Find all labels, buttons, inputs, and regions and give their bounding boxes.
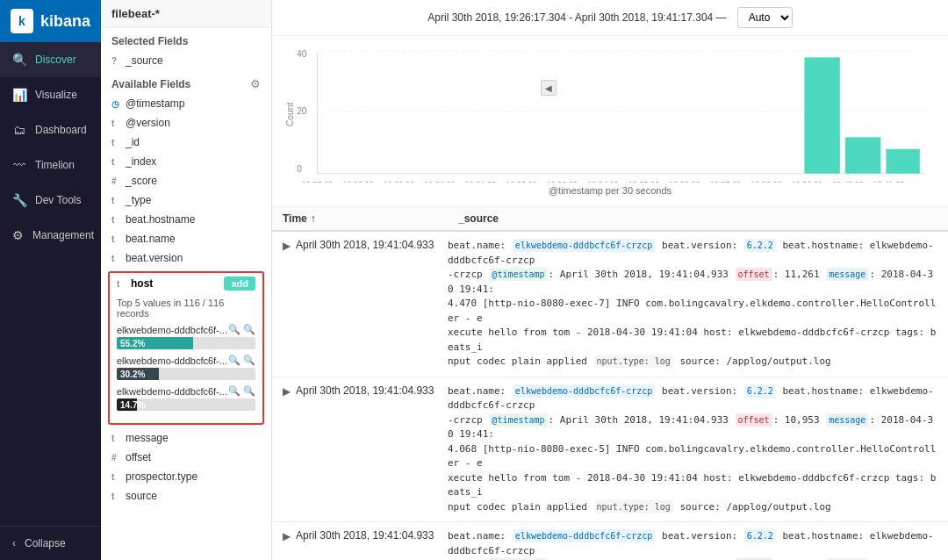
beat-ver-val-2[interactable]: 6.2.2 (744, 384, 776, 398)
field-type-t9: t (111, 472, 120, 482)
svg-text:19:30:00: 19:30:00 (424, 180, 455, 183)
field-item-beat-hostname[interactable]: t beat.hostname (101, 210, 271, 229)
host-bar-actions-1: 🔍 🔍 (228, 324, 255, 335)
field-name-message: message (126, 432, 169, 444)
bar-12 (804, 57, 839, 173)
field-item-version[interactable]: t @version (101, 113, 271, 133)
field-item-message[interactable]: t message (101, 428, 271, 448)
nav-label-dashboard: Dashboard (35, 124, 87, 136)
svg-text:19:41:00: 19:41:00 (873, 180, 904, 183)
bar-14 (886, 149, 919, 174)
offset-tag-1[interactable]: offset (736, 268, 772, 281)
field-type-t5: t (111, 215, 120, 225)
source-key-beatver-3: beat.version: (662, 530, 743, 542)
search-minus-icon-1[interactable]: 🔍 (243, 324, 255, 335)
nav-label-management: Management (32, 229, 94, 241)
source-key-beatname-1: beat.name: (448, 240, 512, 251)
svg-text:40: 40 (297, 49, 307, 59)
search-minus-icon-2[interactable]: 🔍 (243, 355, 255, 366)
svg-text:19:36:00: 19:36:00 (669, 180, 700, 183)
field-type-t8: t (111, 434, 120, 443)
auto-refresh-select[interactable]: Auto (737, 7, 793, 28)
source-key-beatname-3: beat.name: (448, 530, 512, 542)
host-bar-fill-1: 55.2% (117, 337, 193, 349)
row-source-2: beat.name: elkwebdemo-dddbcfc6f-crzcp be… (448, 377, 948, 522)
expand-arrow-2[interactable]: ▶ (283, 385, 291, 398)
table-row: ▶ April 30th 2018, 19:41:04.933 beat.nam… (272, 377, 948, 523)
search-plus-icon-1[interactable]: 🔍 (228, 324, 241, 335)
beat-name-val-3[interactable]: elkwebdemo-dddbcfc6f-crzcp (513, 529, 656, 542)
field-type-question: ? (111, 56, 120, 66)
search-plus-icon-3[interactable]: 🔍 (228, 385, 241, 397)
field-item-timestamp[interactable]: ◷ @timestamp (101, 94, 271, 113)
index-pattern[interactable]: filebeat-* (101, 0, 271, 28)
column-source: _source (458, 212, 937, 225)
message-tag-1[interactable]: message (826, 268, 868, 281)
discover-icon: 🔍 (12, 53, 26, 67)
nav-item-dashboard[interactable]: 🗂 Dashboard (0, 112, 101, 147)
field-name-beat-hostname: beat.hostname (126, 213, 195, 226)
source-key-beathost-1: beat.hostname: (782, 240, 869, 251)
host-bar-name-2: elkwebdemo-dddbcfc6f-... (117, 355, 227, 366)
field-name-score: _score (126, 175, 157, 187)
results-table: Time ↑ _source ▶ April 30th 2018, 19:41:… (272, 207, 948, 560)
field-item-id[interactable]: t _id (101, 133, 271, 152)
collapse-button[interactable]: ‹ Collapse (0, 526, 101, 560)
field-item-index[interactable]: t _index (101, 152, 271, 171)
kibana-logo[interactable]: k kibana (0, 0, 101, 42)
time-value-1: April 30th 2018, 19:41:04.933 (296, 239, 434, 251)
beat-name-val-2[interactable]: elkwebdemo-dddbcfc6f-crzcp (513, 384, 656, 398)
nav-item-management[interactable]: ⚙ Management (0, 218, 101, 253)
nav-item-discover[interactable]: 🔍 Discover (0, 42, 101, 77)
selected-field-source[interactable]: ? _source (101, 51, 271, 70)
source-key-beatver-2: beat.version: (662, 385, 743, 397)
host-bar-label-1: elkwebdemo-dddbcfc6f-... 🔍 🔍 (117, 324, 255, 335)
search-minus-icon-3[interactable]: 🔍 (243, 385, 255, 397)
field-item-type[interactable]: t _type (101, 190, 271, 210)
chart-area: 40 20 0 19:27:00 19:28:00 19:29:00 19:30… (272, 36, 948, 207)
host-stats-title: Top 5 values in 116 / 116 records (117, 298, 255, 319)
source-key-beatname-2: beat.name: (448, 385, 512, 397)
field-item-beat-name[interactable]: t beat.name (101, 229, 271, 248)
host-bar-name-3: elkwebdemo-dddbcfc6f-... (117, 386, 227, 397)
message-tag-2[interactable]: message (826, 413, 868, 427)
nav-item-visualize[interactable]: 📊 Visualize (0, 77, 101, 112)
prospector-tag-1[interactable]: nput.type: log (594, 355, 673, 368)
time-col-label: Time (283, 212, 307, 225)
row-source-1: beat.name: elkwebdemo-dddbcfc6f-crzcp be… (448, 232, 948, 377)
gear-icon[interactable]: ⚙ (250, 77, 261, 90)
nav-label-timelion: Timelion (35, 159, 75, 171)
field-type-t1: t (111, 118, 120, 128)
prospector-tag-2[interactable]: nput.type: log (594, 500, 673, 513)
source-text-1a: 4.470 [http-nio-8080-exec-7] INFO com.bo… (448, 298, 936, 324)
svg-text:Count: Count (286, 103, 295, 127)
field-item-score[interactable]: # _score (101, 171, 271, 190)
field-item-source[interactable]: t source (101, 486, 271, 506)
beat-name-val-1[interactable]: elkwebdemo-dddbcfc6f-crzcp (513, 239, 656, 252)
nav-label-discover: Discover (35, 54, 76, 66)
nav-item-timelion[interactable]: 〰 Timelion (0, 147, 101, 183)
nav-item-devtools[interactable]: 🔧 Dev Tools (0, 183, 101, 218)
source-key-beathost-3: beat.hostname: (782, 530, 869, 542)
time-value-3: April 30th 2018, 19:41:04.933 (296, 529, 434, 542)
expand-arrow-3[interactable]: ▶ (283, 530, 291, 542)
field-item-prospector[interactable]: t prospector.type (101, 467, 271, 486)
search-plus-icon-2[interactable]: 🔍 (228, 355, 241, 366)
add-host-button[interactable]: add (224, 276, 255, 291)
dashboard-icon: 🗂 (12, 123, 26, 137)
nav-label-devtools: Dev Tools (35, 194, 81, 206)
beat-ver-val-1[interactable]: 6.2.2 (744, 239, 776, 252)
timestamp-tag-2[interactable]: @timestamp (489, 413, 547, 427)
source-text-2b: xecute hello from tom - 2018-04-30 19:41… (448, 472, 936, 499)
beat-ver-val-3[interactable]: 6.2.2 (744, 529, 776, 542)
offset-tag-2[interactable]: offset (736, 413, 772, 427)
host-bar-actions-3: 🔍 🔍 (228, 385, 255, 397)
available-fields-title: Available Fields (111, 78, 190, 90)
expand-arrow-1[interactable]: ▶ (283, 240, 291, 252)
field-item-beat-version[interactable]: t beat.version (101, 248, 271, 268)
sort-icon[interactable]: ↑ (311, 212, 316, 225)
host-stats: Top 5 values in 116 / 116 records elkweb… (110, 294, 262, 423)
visualize-icon: 📊 (12, 88, 26, 102)
field-item-offset[interactable]: # offset (101, 448, 271, 467)
timestamp-tag-1[interactable]: @timestamp (489, 268, 547, 281)
